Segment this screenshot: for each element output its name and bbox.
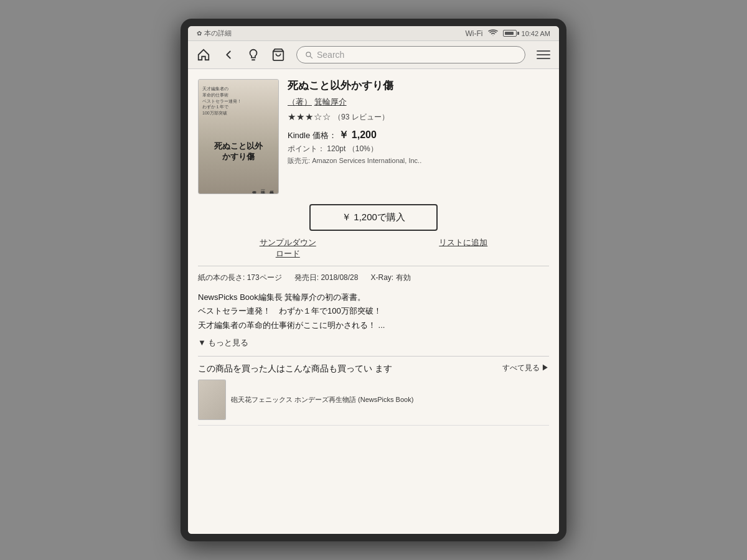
book-cover: 天才編集者の革命的仕事術ベストセラー連発！わずか１年で100万部突破 死ぬこと以… (198, 79, 279, 194)
kindle-device: ✿ 本の詳細 Wi-Fi 10:42 AM (181, 19, 566, 541)
search-icon (304, 50, 313, 59)
book-info: 死ぬこと以外かすり傷 （著） 箕輪厚介 ★★★☆☆ （93 レビュー） Kind… (288, 79, 549, 194)
device-screen: ✿ 本の詳細 Wi-Fi 10:42 AM (188, 26, 559, 534)
meta-row: 紙の本の長さ: 173ページ 発売日: 2018/08/28 X-Ray: 有効 (198, 273, 549, 283)
action-row: サンプルダウンロード リストに追加 (198, 237, 549, 259)
book-description: NewsPicks Book編集長 箕輪厚介の初の著書。 ベストセラー連発！ わ… (198, 291, 549, 332)
status-right: Wi-Fi 10:42 AM (466, 29, 550, 38)
menu-button[interactable] (537, 50, 550, 59)
buy-button[interactable]: ￥ 1,200で購入 (309, 204, 438, 231)
cart-button[interactable] (271, 48, 285, 62)
time-display: 10:42 AM (522, 30, 550, 37)
release-info: 発売日: 2018/08/28 (294, 273, 359, 283)
more-button[interactable]: ▼ もっと見る (198, 337, 549, 348)
review-count[interactable]: （93 レビュー） (334, 112, 389, 123)
home-button[interactable] (197, 48, 210, 62)
wifi-label: Wi-Fi (466, 29, 483, 38)
book-section: 天才編集者の革命的仕事術ベストセラー連発！わずか１年で100万部突破 死ぬこと以… (198, 79, 549, 194)
related-section-header: この商品を買った人はこんな商品も買ってい ます すべて見る ▶ (198, 363, 549, 375)
settings-icon: ✿ (197, 30, 202, 37)
wifi-icon (488, 29, 498, 38)
svg-line-2 (310, 56, 312, 58)
cover-art: 天才編集者の革命的仕事術ベストセラー連発！わずか１年で100万部突破 死ぬこと以… (199, 80, 278, 194)
author-label: （著） (288, 97, 312, 106)
author-name[interactable]: 箕輪厚介 (314, 97, 347, 106)
divider-2 (198, 356, 549, 357)
description-line-1: NewsPicks Book編集長 箕輪厚介の初の著書。 (198, 291, 549, 304)
cover-top-text: 天才編集者の革命的仕事術ベストセラー連発！わずか１年で100万部突破 (202, 86, 275, 116)
buy-button-section: ￥ 1,200で購入 (198, 204, 549, 231)
page-title: 本の詳細 (204, 29, 232, 38)
book-title: 死ぬこと以外かすり傷 (288, 79, 549, 93)
main-content: 天才編集者の革命的仕事術ベストセラー連発！わずか１年で100万部突破 死ぬこと以… (188, 69, 559, 534)
add-to-list-button[interactable]: リストに追加 (439, 237, 487, 259)
cover-main-title: 死ぬこと以外かすり傷 (214, 141, 263, 162)
pages-info: 紙の本の長さ: 173ページ (198, 273, 282, 283)
status-bar: ✿ 本の詳細 Wi-Fi 10:42 AM (188, 26, 559, 41)
related-book-title: 砲天花フェニックス ホンデーズ再生物語 (NewsPicks Book) (231, 395, 413, 404)
related-book-cover (198, 380, 226, 420)
divider-1 (198, 266, 549, 266)
points-label: ポイント： (288, 144, 325, 153)
seller-label: 販売元: (288, 157, 310, 164)
related-cover-art (199, 380, 225, 419)
star-rating[interactable]: ★★★☆☆ (288, 111, 331, 123)
description-line-3: 天才編集者の革命的仕事術がここに明かされる！ ... (198, 319, 549, 332)
kindle-price: Kindle 価格： ￥ 1,200 (288, 129, 549, 142)
related-book-item[interactable]: 砲天花フェニックス ホンデーズ再生物語 (NewsPicks Book) (198, 380, 549, 426)
search-box[interactable]: Search (296, 46, 525, 63)
svg-point-1 (306, 52, 311, 57)
back-button[interactable] (222, 48, 235, 62)
points-value: 120pt (327, 144, 345, 153)
menu-line (537, 50, 550, 52)
book-author: （著） 箕輪厚介 (288, 96, 549, 108)
menu-line (537, 54, 550, 55)
related-section-title: この商品を買った人はこんな商品も買ってい ます (198, 363, 502, 375)
nav-bar: Search (188, 41, 559, 69)
rating-row: ★★★☆☆ （93 レビュー） (288, 111, 549, 123)
xray-info: X-Ray: 有効 (370, 273, 410, 283)
points-row: ポイント： 120pt （10%） (288, 144, 549, 154)
search-placeholder: Search (317, 50, 344, 60)
description-line-2: ベストセラー連発！ わずか１年で100万部突破！ (198, 304, 549, 318)
battery-icon (503, 30, 517, 37)
sample-download-button[interactable]: サンプルダウンロード (260, 237, 316, 259)
points-percent: （10%） (348, 144, 378, 153)
menu-line (537, 58, 550, 59)
see-all-button[interactable]: すべて見る ▶ (502, 363, 549, 373)
kindle-price-value: ￥ 1,200 (339, 129, 376, 140)
seller-name: Amazon Services International, Inc.. (312, 157, 421, 164)
kindle-price-label: Kindle 価格： (288, 131, 337, 140)
lightbulb-button[interactable] (247, 48, 260, 62)
price-section: Kindle 価格： ￥ 1,200 ポイント： 120pt （10%） 販売元… (288, 129, 549, 166)
status-left: ✿ 本の詳細 (197, 29, 232, 38)
seller-row: 販売元: Amazon Services International, Inc.… (288, 156, 549, 166)
